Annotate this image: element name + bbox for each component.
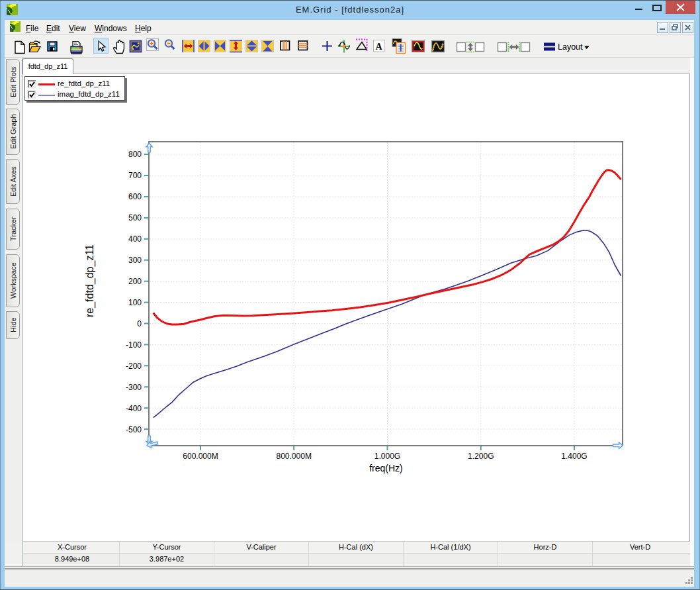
svg-text:1.200G: 1.200G — [468, 452, 494, 461]
svg-text:-200: -200 — [126, 362, 142, 371]
svg-text:-400: -400 — [126, 404, 142, 413]
svg-text:1.000G: 1.000G — [374, 452, 400, 461]
svg-text:Layout: Layout — [558, 42, 583, 52]
svg-text:A: A — [376, 42, 383, 52]
svg-text:200: 200 — [128, 277, 142, 286]
svg-text:800: 800 — [128, 150, 142, 159]
svg-text:600.000M: 600.000M — [183, 452, 218, 461]
svg-text:-300: -300 — [126, 383, 142, 392]
svg-text:0: 0 — [137, 319, 142, 328]
svg-text:100: 100 — [128, 298, 142, 307]
svg-text:300: 300 — [128, 256, 142, 265]
svg-text:freq(Hz): freq(Hz) — [369, 463, 403, 473]
svg-text:700: 700 — [128, 171, 142, 180]
svg-text:-500: -500 — [126, 425, 142, 434]
svg-text:1.400G: 1.400G — [561, 452, 587, 461]
svg-text:400: 400 — [128, 234, 142, 244]
svg-text:500: 500 — [128, 213, 142, 222]
svg-text:-100: -100 — [126, 340, 142, 350]
svg-text:re_fdtd_dp_z11: re_fdtd_dp_z11 — [84, 244, 96, 317]
svg-text:800.000M: 800.000M — [277, 452, 312, 461]
svg-text:600: 600 — [128, 192, 142, 201]
